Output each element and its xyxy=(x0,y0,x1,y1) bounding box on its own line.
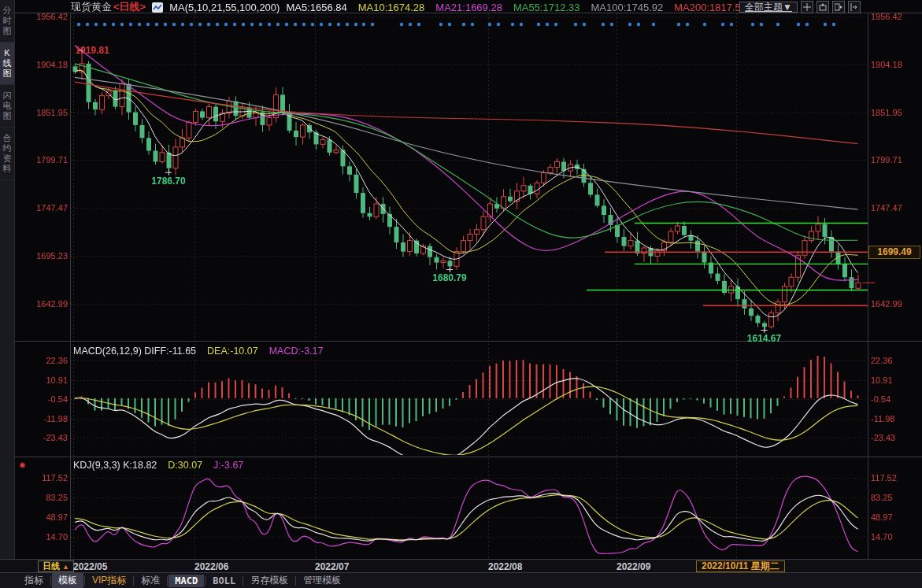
current-price-badge: 1699.49 xyxy=(868,246,920,259)
chart-header: 现货黄金 <日线> MA(5,10,21,55,100,200) MA5:165… xyxy=(71,1,746,13)
ma-values: MA5:1656.84MA10:1674.28MA21:1669.28MA55:… xyxy=(286,2,746,13)
kdj-axis-tick: 83.25 xyxy=(17,493,68,502)
bottom-tab-管理模板[interactable]: 管理模板 xyxy=(297,573,347,588)
tab-separator xyxy=(50,576,51,586)
main-axis-tick: 1904.18 xyxy=(871,60,921,69)
kdj-axis-tick: 48.97 xyxy=(871,512,921,522)
tab-separator xyxy=(84,576,85,586)
macd-axis-tick: -23.43 xyxy=(17,433,68,442)
kdj-header-value: KDJ(9,3,3) K:18.82 xyxy=(73,460,157,471)
macd-axis-tick: -23.43 xyxy=(871,433,921,442)
kdj-axis-tick: 83.25 xyxy=(871,493,921,502)
header-toolbar: 全部主题▼ xyxy=(739,1,861,13)
theme-select-button[interactable]: 全部主题▼ xyxy=(739,2,798,13)
kdj-axis-tick: 117.52 xyxy=(871,473,921,483)
symbol-title: 现货黄金 xyxy=(71,0,112,14)
macd-axis-tick: 22.36 xyxy=(17,356,68,365)
ma-value: MA100:1745.92 xyxy=(591,2,663,13)
current-date-badge: 2022/10/11 星期二 xyxy=(696,560,785,572)
date-tick-label: 2022/05 xyxy=(73,561,107,572)
sidebar-tab-K线图[interactable]: K线图 xyxy=(0,43,14,85)
tab-separator xyxy=(295,576,296,586)
macd-axis-tick: -0.54 xyxy=(17,394,68,404)
macd-header-value: MACD:-3.17 xyxy=(269,346,324,357)
macd-axis-tick: -0.54 xyxy=(871,394,921,404)
date-tick-label: 2022/07 xyxy=(315,561,349,572)
bottom-tab-bar: 指标模板VIP指标标准MACDBOLL另存模板管理模板 xyxy=(0,573,922,588)
main-axis-tick: 1747.47 xyxy=(871,203,921,213)
main-axis-tick: 1851.95 xyxy=(871,108,921,117)
kdj-pane-header: KDJ(9,3,3) K:18.82D:30.07J:-3.67 xyxy=(73,460,243,471)
bottom-tab-指标[interactable]: 指标 xyxy=(18,573,50,588)
main-axis-tick: 1851.95 xyxy=(17,108,68,117)
bottom-tab-标准[interactable]: 标准 xyxy=(135,573,166,588)
crosshair-icon[interactable] xyxy=(801,1,813,13)
left-sidebar: 分时图K线图闪电图合约资料 xyxy=(0,0,15,588)
ma-value: MA200:1817.57 xyxy=(674,2,746,13)
macd-axis-tick: 22.36 xyxy=(871,356,921,365)
macd-axis-tick: 10.91 xyxy=(871,375,921,385)
bottom-tab-另存模板[interactable]: 另存模板 xyxy=(244,573,294,588)
main-axis-tick: 1642.99 xyxy=(17,299,68,309)
main-axis-tick: 1956.42 xyxy=(17,12,68,21)
macd-pane-header: MACD(26,12,9) DIFF:-11.65DEA:-10.07MACD:… xyxy=(73,346,323,357)
main-axis-tick: 1642.99 xyxy=(871,299,921,309)
chart-type-icon[interactable] xyxy=(152,2,163,13)
expand-horizontal-icon[interactable] xyxy=(832,1,845,13)
price-annotation: 1786.70 xyxy=(143,176,194,187)
date-tick-label: 2022/09 xyxy=(617,561,650,572)
price-annotation: 1614.67 xyxy=(739,333,790,344)
period-title: <日线> xyxy=(113,0,146,14)
kdj-axis-tick: 14.70 xyxy=(17,532,68,542)
triangle-up-icon: ▲ xyxy=(62,563,69,571)
macd-axis-tick: -11.98 xyxy=(17,414,68,423)
ma-value: MA10:1674.28 xyxy=(358,2,425,13)
price-annotation: 1680.79 xyxy=(424,272,475,283)
ma-value: MA5:1656.84 xyxy=(286,2,346,13)
expand-vertical-icon[interactable] xyxy=(816,1,829,13)
period-label: 日线 xyxy=(43,561,60,571)
tab-separator xyxy=(205,576,206,586)
macd-axis-tick: -11.98 xyxy=(871,414,921,423)
tab-separator xyxy=(167,576,168,586)
price-annotation: 1919.81 xyxy=(76,45,126,56)
kdj-axis-tick: 48.97 xyxy=(17,512,68,522)
chart-canvas[interactable] xyxy=(0,0,922,588)
macd-header-value: DEA:-10.07 xyxy=(207,346,258,357)
main-axis-tick: 1904.18 xyxy=(17,60,68,69)
date-tick-label: 2022/08 xyxy=(488,561,522,572)
bottom-tab-BOLL[interactable]: BOLL xyxy=(206,575,242,587)
bottom-tab-MACD[interactable]: MACD xyxy=(168,575,204,587)
kdj-header-value: J:-3.67 xyxy=(213,460,243,471)
trading-app-window: 现货黄金 <日线> MA(5,10,21,55,100,200) MA5:165… xyxy=(0,0,922,588)
main-axis-tick: 1956.42 xyxy=(871,12,921,21)
sidebar-tab-闪电图[interactable]: 闪电图 xyxy=(0,85,14,128)
macd-header-value: MACD(26,12,9) DIFF:-11.65 xyxy=(73,346,196,357)
main-axis-tick: 1799.71 xyxy=(17,155,68,165)
kdj-axis-tick: 117.52 xyxy=(17,473,68,483)
sidebar-tab-分时图[interactable]: 分时图 xyxy=(0,0,14,43)
kdj-header-value: D:30.07 xyxy=(168,460,202,471)
tab-separator xyxy=(243,576,243,586)
main-axis-tick: 1695.23 xyxy=(17,251,68,261)
sidebar-tab-合约资料[interactable]: 合约资料 xyxy=(0,128,14,180)
main-axis-tick: 1747.47 xyxy=(17,203,68,213)
bottom-tab-VIP指标[interactable]: VIP指标 xyxy=(86,573,132,588)
main-axis-tick: 1799.71 xyxy=(871,155,921,165)
indicator-settings-icon[interactable]: ✹ xyxy=(19,460,26,471)
kdj-axis-tick: 14.70 xyxy=(871,532,921,542)
collapse-pane-icon[interactable] xyxy=(848,1,861,13)
tab-separator xyxy=(133,576,134,586)
ma-value: MA21:1669.28 xyxy=(435,2,502,13)
date-axis-bar: 日线 ▲ 2022/10/11 星期二 2022/052022/062022/0… xyxy=(0,559,922,573)
date-tick-label: 2022/06 xyxy=(194,561,228,572)
ma-value: MA55:1712.33 xyxy=(513,2,580,13)
macd-axis-tick: 10.91 xyxy=(17,375,68,385)
bottom-tab-模板[interactable]: 模板 xyxy=(52,573,83,588)
ma-params-label: MA(5,10,21,55,100,200) xyxy=(169,2,280,13)
period-selector[interactable]: 日线 ▲ xyxy=(38,560,74,572)
